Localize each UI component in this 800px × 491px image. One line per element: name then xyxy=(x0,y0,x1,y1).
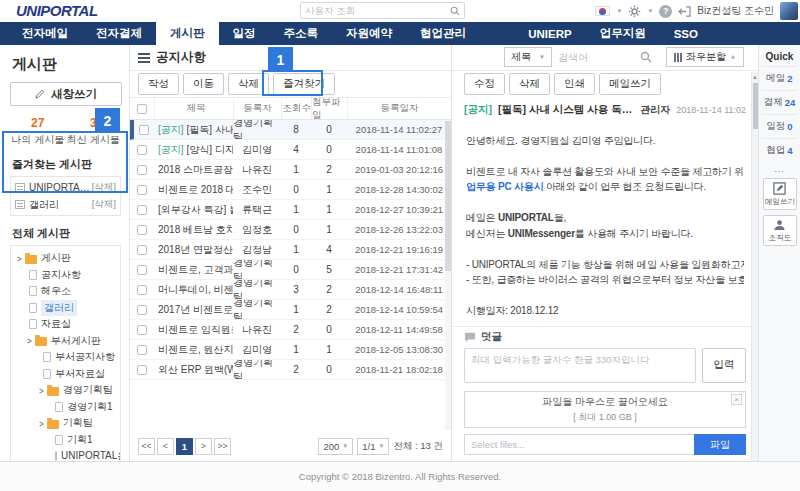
tree-node[interactable]: > UNIPORTAL운영 xyxy=(13,448,118,461)
chevron-right-icon[interactable]: > xyxy=(39,418,44,429)
table-row[interactable]: 2018 베트남 호치민 종합박 임정호 0 1 2018-12-26 13:2… xyxy=(130,220,451,240)
row-checkbox[interactable] xyxy=(137,205,147,215)
tree-node[interactable]: > 갤러리 xyxy=(13,300,118,317)
table-row[interactable]: [공지][양식] 디자인 요청사 김미영 4 0 2018-11-14 11:0… xyxy=(130,140,451,160)
delete-button[interactable]: 삭제 xyxy=(228,73,269,95)
nav-tab[interactable]: 일정 xyxy=(219,22,270,45)
tree-node[interactable]: > 기획1 xyxy=(13,432,118,449)
page-position-select[interactable]: 1/1▼ xyxy=(357,438,389,455)
file-dropzone[interactable]: × 파일을 마우스로 끌어오세요 [ 최대 1.00 GB ] xyxy=(464,391,746,428)
search-field-select[interactable]: 제목▼ xyxy=(504,47,552,67)
row-checkbox[interactable] xyxy=(137,305,147,315)
new-post-button[interactable]: 새창쓰기 xyxy=(10,82,122,106)
favorite-delete-link[interactable]: [삭제] xyxy=(92,198,116,211)
chevron-right-icon[interactable]: > xyxy=(17,253,22,264)
language-flag-icon[interactable] xyxy=(595,6,610,16)
search-icon[interactable] xyxy=(450,6,460,16)
quick-item[interactable]: 메일 2 xyxy=(762,66,797,90)
avatar[interactable] xyxy=(780,2,798,20)
table-row[interactable]: 비젠트로, 원산지 증빙관리 김미영 1 1 2018-12-05 13:08:… xyxy=(130,340,451,360)
tree-node[interactable]: > 부서공지사항 xyxy=(13,349,118,366)
row-checkbox[interactable] xyxy=(137,145,147,155)
row-checkbox[interactable] xyxy=(137,345,147,355)
prev-page-button[interactable]: < xyxy=(157,438,174,455)
quick-item[interactable]: 일정 0 xyxy=(762,114,797,138)
table-row[interactable]: 비젠트로, 고객과의 협업 통 경영기획팀 0 5 2018-12-21 17:… xyxy=(130,260,451,280)
row-checkbox[interactable] xyxy=(137,285,147,295)
close-icon[interactable]: × xyxy=(731,394,742,405)
edit-button[interactable]: 수정 xyxy=(464,73,505,95)
column-views[interactable]: 조회수 xyxy=(281,98,311,119)
table-row[interactable]: 2018 스마트공장 네트워킹 나유진 1 2 2019-01-03 20:12… xyxy=(130,160,451,180)
keyword-search-input[interactable] xyxy=(552,47,640,67)
table-row[interactable]: 비젠트로 2018 대한민국 소 조수민 0 1 2018-12-28 14:3… xyxy=(130,180,451,200)
print-button[interactable]: 인쇄 xyxy=(554,73,595,95)
board-menu-icon[interactable] xyxy=(138,53,150,63)
quick-mail-compose-button[interactable]: 메일쓰기 xyxy=(763,178,797,210)
favorite-board-item[interactable]: UNIPORTAL현황 [삭제] xyxy=(15,179,116,196)
tree-node[interactable]: > 공지사항 xyxy=(13,267,118,284)
quick-item[interactable]: 협업 4 xyxy=(762,138,797,162)
row-checkbox[interactable] xyxy=(137,245,147,255)
file-select-input[interactable] xyxy=(464,434,694,455)
page-size-select[interactable]: 200▼ xyxy=(318,438,353,455)
current-page-button[interactable]: 1 xyxy=(176,438,193,455)
tree-node[interactable]: > 기획팀 xyxy=(13,415,118,432)
comment-submit-button[interactable]: 입력 xyxy=(702,348,746,383)
last-page-button[interactable]: >> xyxy=(214,438,231,455)
chevron-down-icon[interactable]: ▼ xyxy=(647,8,653,14)
row-checkbox[interactable] xyxy=(139,125,149,135)
nav-link[interactable]: UNIERP xyxy=(514,22,585,45)
table-row[interactable]: 2017년 비젠트로 블로그 결 경영기획팀 1 2 2018-12-14 10… xyxy=(130,300,451,320)
column-author[interactable]: 등록자 xyxy=(233,98,281,119)
help-icon[interactable]: ? xyxy=(659,5,672,18)
logout-icon[interactable] xyxy=(678,6,691,17)
tree-node[interactable]: > 해우소 xyxy=(13,283,118,300)
settings-gear-icon[interactable] xyxy=(628,5,641,18)
chevron-right-icon[interactable]: > xyxy=(27,335,32,346)
row-checkbox[interactable] xyxy=(137,165,147,175)
move-button[interactable]: 이동 xyxy=(183,73,224,95)
user-search-input[interactable] xyxy=(305,5,450,16)
row-checkbox[interactable] xyxy=(137,225,147,235)
tree-node[interactable]: > 게시판 xyxy=(13,250,118,267)
column-files[interactable]: 첨부파일 xyxy=(311,98,347,119)
write-button[interactable]: 작성 xyxy=(138,73,179,95)
nav-tab[interactable]: 자원예약 xyxy=(332,22,406,45)
quick-item[interactable]: 결제 24 xyxy=(762,90,797,114)
search-icon[interactable] xyxy=(640,51,652,63)
detail-scrollbar[interactable]: ▲ xyxy=(751,72,758,461)
favorite-delete-link[interactable]: [삭제] xyxy=(92,181,116,194)
row-checkbox[interactable] xyxy=(137,185,147,195)
table-row[interactable]: 머니투데이, 비젠트로 지면 경영기획팀 3 2 2018-12-14 16:4… xyxy=(130,280,451,300)
delete-post-button[interactable]: 삭제 xyxy=(509,73,550,95)
quick-org-chart-button[interactable]: 조직도 xyxy=(763,215,797,246)
first-page-button[interactable]: << xyxy=(138,438,155,455)
my-posts-stat[interactable]: 27 나의 게시물 xyxy=(10,116,66,147)
table-row[interactable]: 2018년 연말정산 사용자 교 김정남 1 4 2018-12-21 19:1… xyxy=(130,240,451,260)
tree-node[interactable]: > 경영기획팀 xyxy=(13,382,118,399)
table-row[interactable]: [공지][필독] 사내 시스템 - 경영기획팀 8 0 2018-11-14 1… xyxy=(130,120,451,140)
nav-link[interactable]: SSO xyxy=(660,22,712,45)
table-row[interactable]: [외부강사 특강] 블록체인 2 류택근 1 1 2018-12-27 10:3… xyxy=(130,200,451,220)
row-checkbox[interactable] xyxy=(137,365,147,375)
select-all-checkbox[interactable] xyxy=(137,104,147,114)
tree-node[interactable]: > 경영기획1 xyxy=(13,399,118,416)
nav-link[interactable]: 업무지원 xyxy=(586,22,660,45)
nav-tab[interactable]: 전자결제 xyxy=(82,22,156,45)
tree-node[interactable]: > 부서게시판 xyxy=(13,333,118,350)
row-checkbox[interactable] xyxy=(137,325,147,335)
column-date[interactable]: 등록일자 xyxy=(347,98,451,119)
quick-more-button[interactable]: ... xyxy=(774,162,785,178)
column-title[interactable]: 제목 xyxy=(154,98,233,119)
file-button[interactable]: 파일 xyxy=(694,434,746,455)
tree-node[interactable]: > 자료실 xyxy=(13,316,118,333)
nav-tab[interactable]: 전자메일 xyxy=(8,22,82,45)
mail-write-button[interactable]: 메일쓰기 xyxy=(599,73,661,95)
split-view-button[interactable]: 좌우분할 ▼ xyxy=(666,47,744,67)
comment-input[interactable] xyxy=(464,348,696,383)
list-scrollbar[interactable] xyxy=(445,121,451,430)
chevron-down-icon[interactable]: ▼ xyxy=(616,8,622,14)
row-checkbox[interactable] xyxy=(137,265,147,275)
chevron-right-icon[interactable]: > xyxy=(39,385,44,396)
